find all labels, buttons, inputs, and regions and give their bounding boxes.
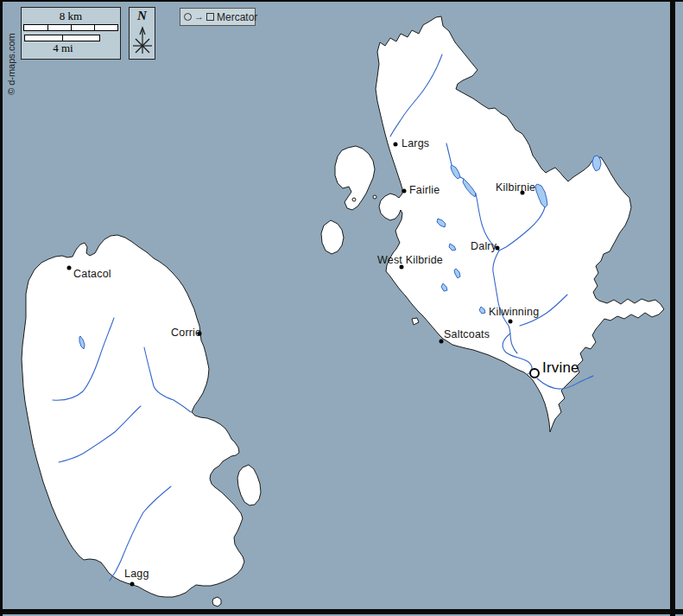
frame-border-top: [0, 0, 683, 2]
town-label: Catacol: [73, 268, 111, 280]
north-label: N: [130, 8, 155, 23]
frame-border-left: [0, 0, 3, 616]
pladda-islet: [212, 597, 221, 606]
globe-circle-icon: [184, 13, 192, 21]
admin-center-marker: [529, 368, 540, 378]
scale-tick: [94, 25, 95, 30]
town-marker: [67, 266, 72, 270]
isle-of-arran-landmass: [22, 235, 244, 597]
scale-bar-mi: [24, 35, 100, 41]
town-label: Fairlie: [409, 184, 440, 196]
town-label: Saltcoats: [444, 328, 490, 340]
scale-tick: [47, 25, 48, 30]
scale-bar-panel: 8 km 4 mi: [21, 7, 121, 60]
islet: [373, 195, 376, 199]
town-marker: [402, 189, 407, 194]
town-label: Irvine: [542, 359, 579, 377]
scale-bar-km: [23, 24, 118, 31]
scale-tick: [71, 25, 72, 30]
town-marker: [394, 143, 398, 147]
little-cumbrae-island: [321, 220, 344, 254]
map-viewport: © d-maps.com 8 km 4 mi N → Mercator: [0, 0, 683, 616]
scale-mi-label: 4 mi: [24, 41, 102, 55]
mainland-north-ayrshire: [376, 16, 664, 432]
frame-border-bottom: [0, 609, 683, 614]
compass-rose-icon: [131, 23, 154, 56]
town-label: West Kilbride: [377, 254, 443, 266]
town-marker: [440, 340, 444, 344]
town-label: Dalry: [471, 240, 496, 252]
arrow-right-icon: →: [194, 12, 204, 22]
scale-tick: [62, 35, 63, 41]
town-label: Kilwinning: [489, 306, 539, 318]
copyright-attribution: © d-maps.com: [6, 33, 16, 95]
map-canvas: [0, 0, 683, 616]
town-marker: [130, 582, 135, 587]
compass-panel: N: [129, 7, 155, 60]
scale-km-label: 8 km: [22, 10, 120, 23]
town-label: Kilbirnie: [496, 181, 535, 194]
holy-isle-island: [237, 465, 261, 505]
town-label: Lagg: [124, 568, 149, 580]
town-marker: [509, 320, 513, 324]
flat-map-square-icon: [206, 13, 214, 21]
frame-border-right: [670, 0, 675, 616]
town-label: Corrie: [171, 327, 201, 339]
town-label: Largs: [402, 137, 429, 149]
projection-label: Mercator: [217, 11, 257, 23]
islet: [352, 198, 356, 201]
projection-panel: → Mercator: [180, 8, 256, 26]
islet: [412, 318, 419, 325]
